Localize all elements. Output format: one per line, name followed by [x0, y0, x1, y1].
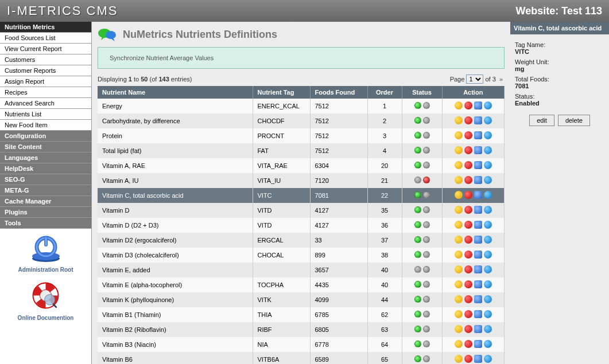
edit-icon[interactable] — [474, 101, 482, 109]
table-row[interactable]: Vitamin E, added365740 — [98, 263, 505, 277]
next-page-arrow[interactable]: » — [498, 76, 505, 83]
sidebar-item[interactable]: Cache Manager — [0, 196, 91, 207]
edit-icon[interactable] — [474, 325, 482, 333]
info-icon[interactable] — [484, 116, 492, 124]
status-dot-icon[interactable] — [423, 340, 430, 347]
edit-icon[interactable] — [474, 131, 482, 139]
status-dot-icon[interactable] — [414, 102, 421, 109]
col-found[interactable]: Foods Found — [310, 86, 367, 99]
edit-icon[interactable] — [474, 310, 482, 318]
sidebar-item[interactable]: New Food Item — [0, 120, 91, 131]
star-icon[interactable] — [455, 146, 463, 154]
sidebar-item[interactable]: Site Content — [0, 142, 91, 152]
status-dot-icon[interactable] — [423, 102, 430, 109]
table-row[interactable]: Vitamin B1 (Thiamin)THIA678562 — [98, 307, 505, 322]
star-icon[interactable] — [455, 131, 463, 139]
col-tag[interactable]: Nutrient Tag — [253, 86, 310, 99]
edit-icon[interactable] — [474, 340, 482, 348]
page-select[interactable]: 1 — [466, 75, 483, 84]
edit-icon[interactable] — [474, 116, 482, 124]
sidebar-item[interactable]: Customers — [0, 54, 91, 65]
status-dot-icon[interactable] — [423, 147, 430, 154]
sidebar-item[interactable]: Recipes — [0, 87, 91, 98]
col-name[interactable]: Nutrient Name — [98, 86, 253, 99]
status-dot-icon[interactable] — [414, 266, 421, 273]
table-row[interactable]: Vitamin K (phylloquinone)VITK409944 — [98, 292, 505, 307]
info-icon[interactable] — [484, 251, 492, 259]
info-icon[interactable] — [484, 310, 492, 318]
status-dot-icon[interactable] — [414, 117, 421, 124]
status-dot-icon[interactable] — [423, 311, 430, 318]
status-dot-icon[interactable] — [423, 251, 430, 258]
star-icon[interactable] — [455, 295, 463, 303]
status-dot-icon[interactable] — [423, 132, 430, 139]
sidebar-item[interactable]: Advanced Search — [0, 98, 91, 109]
info-icon[interactable] — [484, 295, 492, 303]
sidebar-item[interactable]: Nutrition Metrics — [0, 22, 91, 33]
star-icon[interactable] — [455, 265, 463, 273]
admin-root-link[interactable]: Administration Root — [0, 234, 91, 273]
info-icon[interactable] — [484, 161, 492, 169]
delete-icon[interactable] — [464, 221, 472, 229]
edit-icon[interactable] — [474, 265, 482, 273]
table-row[interactable]: Vitamin C, total ascorbic acidVITC708122 — [98, 188, 505, 203]
delete-icon[interactable] — [464, 280, 472, 288]
status-dot-icon[interactable] — [414, 281, 421, 288]
delete-icon[interactable] — [464, 325, 472, 333]
delete-icon[interactable] — [464, 146, 472, 154]
status-dot-icon[interactable] — [414, 191, 421, 198]
delete-icon[interactable] — [464, 191, 472, 199]
info-icon[interactable] — [484, 325, 492, 333]
status-dot-icon[interactable] — [414, 162, 421, 169]
info-icon[interactable] — [484, 206, 492, 214]
edit-icon[interactable] — [474, 221, 482, 229]
sidebar-item[interactable]: META-G — [0, 185, 91, 196]
info-icon[interactable] — [484, 146, 492, 154]
delete-icon[interactable] — [464, 161, 472, 169]
table-row[interactable]: Total lipid (fat)FAT75124 — [98, 143, 505, 158]
sidebar-item[interactable]: Food Sources List — [0, 33, 91, 44]
edit-icon[interactable] — [474, 355, 482, 363]
info-icon[interactable] — [484, 355, 492, 363]
table-row[interactable]: Carbohydrate, by differenceCHOCDF75122 — [98, 113, 505, 128]
status-dot-icon[interactable] — [423, 117, 430, 124]
table-row[interactable]: Vitamin D (D2 + D3)VITD412736 — [98, 218, 505, 233]
delete-icon[interactable] — [464, 101, 472, 109]
status-dot-icon[interactable] — [423, 177, 430, 183]
status-dot-icon[interactable] — [423, 191, 430, 198]
sidebar-item[interactable]: HelpDesk — [0, 163, 91, 174]
table-row[interactable]: ProteinPROCNT75123 — [98, 128, 505, 143]
sidebar-item[interactable]: SEO-G — [0, 174, 91, 185]
star-icon[interactable] — [455, 161, 463, 169]
info-icon[interactable] — [484, 101, 492, 109]
status-dot-icon[interactable] — [423, 281, 430, 288]
star-icon[interactable] — [455, 101, 463, 109]
status-dot-icon[interactable] — [414, 221, 421, 228]
star-icon[interactable] — [455, 251, 463, 259]
edit-icon[interactable] — [474, 295, 482, 303]
delete-icon[interactable] — [464, 236, 472, 244]
delete-icon[interactable] — [464, 176, 472, 184]
star-icon[interactable] — [455, 310, 463, 318]
delete-icon[interactable] — [464, 131, 472, 139]
status-dot-icon[interactable] — [414, 326, 421, 332]
col-order[interactable]: Order — [367, 86, 402, 99]
status-dot-icon[interactable] — [423, 326, 430, 332]
table-row[interactable]: Vitamin E (alpha-tocopherol)TOCPHA443540 — [98, 277, 505, 292]
edit-icon[interactable] — [474, 206, 482, 214]
edit-icon[interactable] — [474, 236, 482, 244]
star-icon[interactable] — [455, 280, 463, 288]
sidebar-item[interactable]: View Current Report — [0, 44, 91, 54]
info-icon[interactable] — [484, 340, 492, 348]
table-row[interactable]: EnergyENERC_KCAL75121 — [98, 99, 505, 113]
status-dot-icon[interactable] — [423, 266, 430, 273]
col-status[interactable]: Status — [402, 86, 442, 99]
star-icon[interactable] — [455, 221, 463, 229]
sidebar-item[interactable]: Configuration — [0, 131, 91, 142]
delete-icon[interactable] — [464, 340, 472, 348]
status-dot-icon[interactable] — [423, 206, 430, 213]
info-icon[interactable] — [484, 265, 492, 273]
status-dot-icon[interactable] — [414, 311, 421, 318]
status-dot-icon[interactable] — [414, 206, 421, 213]
status-dot-icon[interactable] — [423, 296, 430, 303]
